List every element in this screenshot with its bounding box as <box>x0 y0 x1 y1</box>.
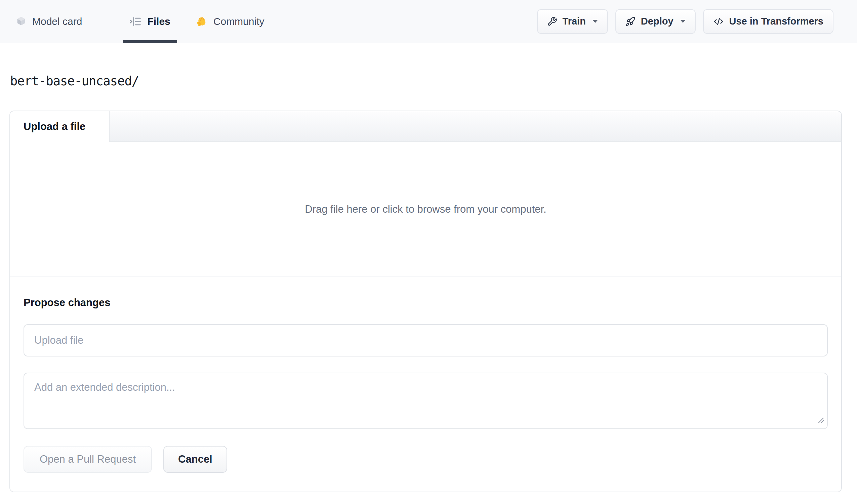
code-icon <box>713 16 724 27</box>
cancel-button[interactable]: Cancel <box>163 446 227 473</box>
header-actions: Train Deploy <box>537 9 834 34</box>
tab-files-label: Files <box>147 16 170 27</box>
nav-tabs: Model card Files <box>14 0 266 43</box>
upload-panel: Upload a file Drag file here or click to… <box>10 111 842 492</box>
tab-files[interactable]: Files <box>123 0 177 43</box>
waving-hand-icon <box>195 15 208 28</box>
rocket-icon <box>625 16 636 27</box>
train-button-label: Train <box>562 16 586 27</box>
cube-icon <box>15 16 27 27</box>
panel-tabstrip: Upload a file <box>10 111 841 142</box>
tab-community[interactable]: Community <box>194 0 266 43</box>
propose-changes-heading: Propose changes <box>23 297 828 309</box>
deploy-button-label: Deploy <box>641 16 673 27</box>
dropzone-text: Drag file here or click to browse from y… <box>305 203 546 215</box>
extended-description-textarea[interactable] <box>23 373 828 429</box>
chevron-down-icon <box>592 20 598 23</box>
use-in-transformers-label: Use in Transformers <box>729 16 823 27</box>
deploy-button[interactable]: Deploy <box>615 9 696 34</box>
upload-a-file-tab-label: Upload a file <box>23 121 85 133</box>
tab-community-label: Community <box>214 16 265 27</box>
open-pull-request-button[interactable]: Open a Pull Request <box>23 446 152 473</box>
upload-a-file-tab[interactable]: Upload a file <box>10 111 110 142</box>
breadcrumb[interactable]: bert-base-uncased/ <box>10 74 857 88</box>
propose-changes-section: Propose changes Open a Pull Request Canc… <box>10 276 841 491</box>
use-in-transformers-button[interactable]: Use in Transformers <box>703 9 834 34</box>
train-button[interactable]: Train <box>537 9 608 34</box>
form-actions: Open a Pull Request Cancel <box>23 446 828 473</box>
files-list-icon <box>130 15 142 28</box>
chevron-down-icon <box>680 20 686 23</box>
description-textarea-wrap <box>23 373 828 429</box>
repo-tab-bar: Model card Files <box>0 0 857 43</box>
tab-model-card[interactable]: Model card <box>14 0 83 43</box>
upload-file-input[interactable] <box>23 324 828 356</box>
wrench-icon <box>547 16 557 27</box>
file-dropzone[interactable]: Drag file here or click to browse from y… <box>10 142 841 276</box>
active-tab-underline <box>123 40 177 43</box>
tab-model-card-label: Model card <box>32 16 82 27</box>
